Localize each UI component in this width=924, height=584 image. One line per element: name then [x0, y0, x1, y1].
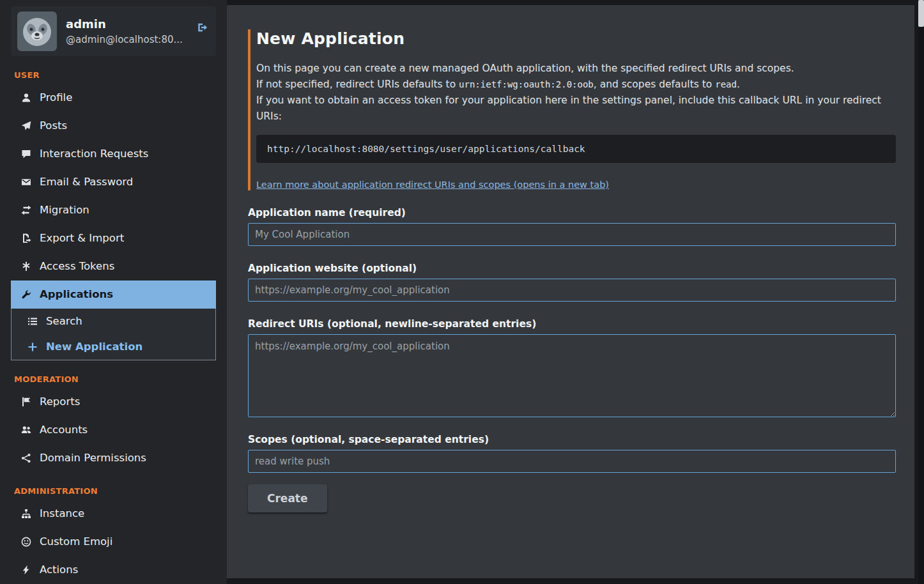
redirect-uris-label: Redirect URIs (optional, newline-separat…: [248, 318, 896, 330]
avatar: [17, 12, 57, 51]
nav-label: Email & Password: [40, 176, 133, 188]
nav-label: Access Tokens: [40, 260, 114, 273]
nav-label: Actions: [40, 564, 78, 576]
asterisk-icon: [20, 261, 31, 272]
application-website-label: Application website (optional): [248, 263, 896, 274]
logout-icon[interactable]: [197, 22, 208, 36]
nav-label: Posts: [40, 119, 67, 132]
sidebar-item-posts[interactable]: Posts: [11, 112, 216, 140]
transfer-arrows-icon: [20, 205, 31, 215]
intro-line-2-pre: If not specified, redirect URIs defaults…: [256, 79, 459, 90]
scopes-input[interactable]: [248, 450, 896, 473]
nav-label: Instance: [40, 507, 84, 520]
user-icon: [20, 93, 31, 103]
sidebar-item-export-import[interactable]: Export & Import: [11, 224, 216, 252]
wrench-icon: [20, 289, 31, 300]
sidebar-item-instance[interactable]: Instance: [11, 500, 216, 528]
nav-label: Accounts: [40, 424, 88, 436]
plus-icon: [27, 342, 38, 352]
sidebar-item-access-tokens[interactable]: Access Tokens: [11, 252, 216, 280]
application-website-input[interactable]: [248, 279, 896, 302]
share-nodes-icon: [20, 453, 31, 463]
paper-plane-icon: [20, 121, 31, 131]
main-panel: New Application On this page you can cre…: [227, 5, 914, 578]
sidebar-item-applications-search[interactable]: Search: [12, 309, 215, 334]
intro-line-1: On this page you can create a new manage…: [256, 61, 896, 77]
applications-submenu: Search New Application: [11, 309, 216, 360]
flag-icon: [20, 397, 31, 407]
nav-label: Export & Import: [40, 232, 124, 245]
sidebar-item-reports[interactable]: Reports: [11, 388, 216, 416]
user-handle: @admin@localhost:80...: [66, 34, 183, 45]
user-name: admin: [66, 17, 183, 31]
sidebar-item-new-application[interactable]: New Application: [12, 334, 215, 360]
sidebar-item-domain-permissions[interactable]: Domain Permissions: [11, 444, 216, 472]
scrollbar-thumb[interactable]: [918, 0, 924, 27]
smiley-icon: [20, 537, 31, 547]
nav-label: Migration: [40, 204, 89, 217]
sidebar: admin @admin@localhost:80... USER Profil…: [0, 0, 227, 584]
envelope-icon: [20, 177, 31, 187]
list-icon: [27, 316, 38, 327]
sidebar-item-profile[interactable]: Profile: [11, 84, 216, 112]
intro-line-2: If not specified, redirect URIs defaults…: [256, 77, 896, 93]
page-description: On this page you can create a new manage…: [256, 61, 896, 125]
nav-label: Search: [46, 315, 82, 328]
sidebar-item-actions[interactable]: Actions: [11, 556, 216, 584]
scopes-label: Scopes (optional, space-separated entrie…: [248, 434, 896, 445]
users-icon: [20, 425, 31, 435]
intro-line-2-post: .: [737, 79, 740, 90]
new-application-form: Application name (required) Application …: [248, 207, 896, 512]
intro-line-3: If you want to obtain an access token fo…: [256, 93, 896, 125]
inline-code-read: read: [715, 79, 737, 89]
learn-more-link[interactable]: Learn more about application redirect UR…: [256, 180, 609, 190]
intro-line-2-mid: , and scopes defaults to: [594, 79, 715, 90]
nav-label: Interaction Requests: [40, 148, 148, 160]
page-header: New Application On this page you can cre…: [248, 29, 896, 190]
user-card[interactable]: admin @admin@localhost:80...: [11, 6, 216, 56]
file-export-icon: [20, 233, 31, 243]
nav-label: New Application: [46, 341, 142, 353]
sidebar-item-custom-emoji[interactable]: Custom Emoji: [11, 528, 216, 556]
nav-label: Profile: [40, 91, 72, 104]
nav-label: Reports: [40, 396, 80, 408]
sidebar-item-accounts[interactable]: Accounts: [11, 416, 216, 444]
bolt-icon: [20, 565, 31, 575]
nav-label: Domain Permissions: [40, 452, 146, 465]
sidebar-item-interaction-requests[interactable]: Interaction Requests: [11, 140, 216, 168]
application-name-label: Application name (required): [248, 207, 896, 219]
section-label-user: USER: [14, 70, 213, 80]
sitemap-icon: [20, 509, 31, 519]
nav-label: Custom Emoji: [40, 535, 112, 548]
callback-url-code: http://localhost:8080/settings/user/appl…: [256, 135, 896, 163]
section-label-administration: ADMINISTRATION: [14, 486, 213, 496]
inline-code-oob: urn:ietf:wg:oauth:2.0:oob: [459, 79, 594, 89]
comment-icon: [20, 149, 31, 159]
sidebar-item-migration[interactable]: Migration: [11, 196, 216, 224]
sidebar-item-email-password[interactable]: Email & Password: [11, 168, 216, 196]
nav-label: Applications: [40, 288, 113, 301]
create-button[interactable]: Create: [248, 484, 327, 512]
redirect-uris-textarea[interactable]: [248, 334, 896, 417]
sidebar-item-applications[interactable]: Applications: [11, 280, 216, 309]
section-label-moderation: MODERATION: [14, 374, 213, 384]
application-name-input[interactable]: [248, 223, 896, 246]
page-title: New Application: [256, 29, 896, 48]
scrollbar[interactable]: [918, 0, 924, 584]
